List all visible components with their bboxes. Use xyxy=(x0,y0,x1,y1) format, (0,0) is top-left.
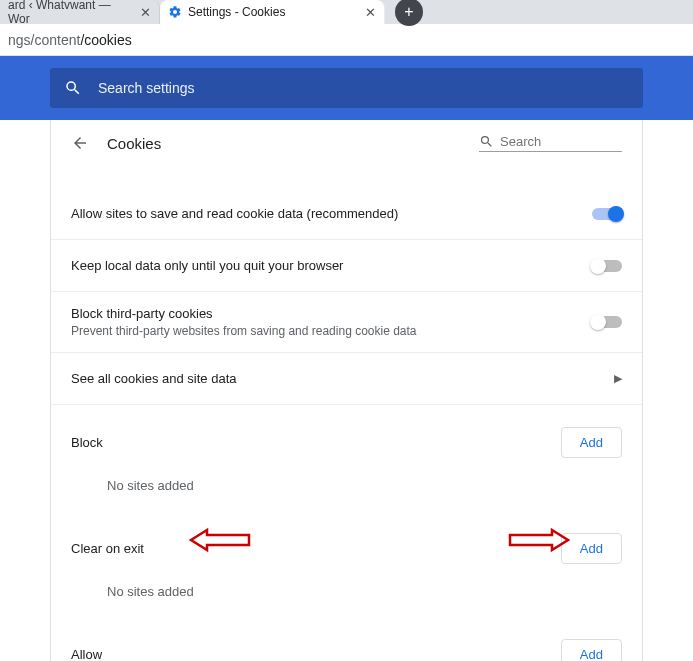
url-prefix: ngs/content xyxy=(8,32,80,48)
section-label: Allow xyxy=(71,647,102,661)
annotation-arrow-left xyxy=(189,527,251,553)
section-clear-on-exit-header: Clear on exit Add xyxy=(51,511,642,574)
url-path: /cookies xyxy=(80,32,131,48)
browser-tabstrip: ard ‹ Whatvwant — Wor ✕ Settings - Cooki… xyxy=(0,0,693,24)
row-label: Keep local data only until you quit your… xyxy=(71,258,343,273)
add-button-allow[interactable]: Add xyxy=(561,639,622,661)
row-label: Allow sites to save and read cookie data… xyxy=(71,206,398,221)
close-icon[interactable]: ✕ xyxy=(140,5,151,20)
local-search[interactable] xyxy=(479,134,622,152)
row-see-all-cookies[interactable]: See all cookies and site data ▶ xyxy=(51,353,642,405)
local-search-input[interactable] xyxy=(500,134,610,149)
toggle-allow-save[interactable] xyxy=(592,208,622,220)
row-label: Block third-party cookies xyxy=(71,306,417,321)
search-settings-box[interactable] xyxy=(50,68,643,108)
section-allow-header: Allow Add xyxy=(51,617,642,661)
settings-header-bar xyxy=(0,56,693,120)
tab-inactive[interactable]: ard ‹ Whatvwant — Wor ✕ xyxy=(0,0,160,24)
section-block-header: Block Add xyxy=(51,405,642,468)
page-title: Cookies xyxy=(107,135,161,152)
search-settings-input[interactable] xyxy=(98,80,629,96)
toggle-keep-local[interactable] xyxy=(592,260,622,272)
add-button-clear-on-exit[interactable]: Add xyxy=(561,533,622,564)
address-bar[interactable]: ngs/content/cookies xyxy=(0,24,693,56)
close-icon[interactable]: ✕ xyxy=(365,5,376,20)
new-tab-button[interactable]: + xyxy=(395,0,423,26)
block-empty-msg: No sites added xyxy=(51,468,642,511)
search-icon xyxy=(64,79,82,97)
gear-icon xyxy=(168,5,182,19)
row-keep-local: Keep local data only until you quit your… xyxy=(51,240,642,292)
chevron-right-icon: ▶ xyxy=(614,372,622,385)
page-header: Cookies xyxy=(51,120,642,160)
tab-title: Settings - Cookies xyxy=(188,5,285,19)
back-arrow-icon[interactable] xyxy=(71,134,89,152)
search-icon xyxy=(479,134,494,149)
section-label: Block xyxy=(71,435,103,450)
section-label: Clear on exit xyxy=(71,541,144,556)
settings-content: Cookies Allow sites to save and read coo… xyxy=(50,120,643,661)
row-block-third-party: Block third-party cookies Prevent third-… xyxy=(51,292,642,353)
row-allow-save-cookies: Allow sites to save and read cookie data… xyxy=(51,188,642,240)
row-label: See all cookies and site data xyxy=(71,371,237,386)
toggle-block-third-party[interactable] xyxy=(592,316,622,328)
clear-on-exit-empty-msg: No sites added xyxy=(51,574,642,617)
tab-title: ard ‹ Whatvwant — Wor xyxy=(8,0,134,26)
tab-active[interactable]: Settings - Cookies ✕ xyxy=(160,0,385,24)
row-description: Prevent third-party websites from saving… xyxy=(71,324,417,338)
add-button-block[interactable]: Add xyxy=(561,427,622,458)
